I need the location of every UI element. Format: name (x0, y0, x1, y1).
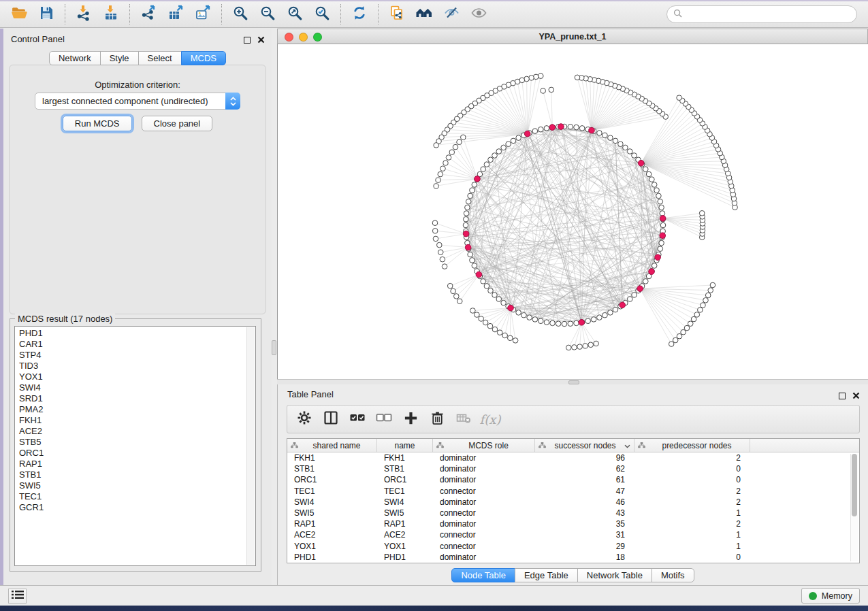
network-node[interactable] (562, 321, 567, 327)
toggle-columns-button[interactable] (321, 409, 341, 429)
network-node[interactable] (464, 211, 469, 216)
network-window-titlebar[interactable]: YPA_prune.txt_1 (277, 29, 868, 44)
network-node[interactable] (575, 75, 580, 80)
mcds-node[interactable] (524, 131, 530, 137)
network-node[interactable] (556, 321, 561, 327)
network-node[interactable] (539, 127, 544, 132)
task-history-button[interactable] (8, 589, 27, 604)
memory-button[interactable]: Memory (801, 588, 860, 604)
network-node[interactable] (572, 345, 577, 350)
network-node[interactable] (574, 125, 579, 130)
network-node[interactable] (705, 293, 711, 298)
hide-selected-button[interactable] (438, 3, 465, 25)
tab-network[interactable]: Network (49, 51, 101, 65)
result-scrollbar[interactable] (246, 327, 255, 565)
network-node[interactable] (497, 330, 502, 335)
network-node[interactable] (443, 161, 449, 166)
network-node[interactable] (632, 293, 637, 298)
tab-motifs[interactable]: Motifs (652, 568, 694, 582)
network-node[interactable] (539, 318, 544, 324)
network-node[interactable] (643, 279, 649, 284)
network-node[interactable] (566, 345, 572, 350)
network-node[interactable] (457, 139, 462, 145)
mcds-node[interactable] (638, 160, 644, 166)
new-network-from-selection-button[interactable] (383, 3, 411, 25)
network-node[interactable] (436, 178, 441, 183)
table-row[interactable]: TEC1TEC1connector472 (287, 486, 859, 497)
network-node[interactable] (454, 294, 460, 299)
network-node[interactable] (594, 341, 599, 346)
network-node[interactable] (437, 242, 443, 248)
mcds-node[interactable] (637, 286, 643, 292)
network-node[interactable] (549, 87, 554, 93)
network-node[interactable] (501, 300, 507, 306)
network-node[interactable] (684, 325, 690, 331)
mcds-result-item[interactable]: STP4 (19, 350, 246, 361)
network-node[interactable] (470, 308, 476, 314)
network-node[interactable] (673, 337, 678, 343)
network-node[interactable] (472, 263, 477, 269)
mcds-result-item[interactable]: SRD1 (19, 393, 246, 404)
network-node[interactable] (529, 76, 534, 81)
mcds-node[interactable] (655, 254, 661, 261)
network-node[interactable] (541, 88, 546, 94)
export-table-button[interactable] (162, 3, 189, 25)
export-image-button[interactable] (189, 3, 216, 25)
network-node[interactable] (511, 138, 516, 144)
network-node[interactable] (544, 126, 549, 131)
column-header-predecessor-nodes[interactable]: predecessor nodes (634, 439, 750, 452)
network-node[interactable] (492, 327, 498, 332)
show-all-button[interactable] (465, 3, 492, 25)
float-panel-icon[interactable] (244, 37, 251, 44)
network-node[interactable] (694, 312, 700, 318)
network-node[interactable] (481, 279, 486, 284)
network-node[interactable] (652, 263, 657, 269)
network-node[interactable] (481, 167, 486, 172)
network-node[interactable] (708, 288, 713, 293)
close-panel-icon[interactable] (257, 34, 265, 46)
first-neighbors-button[interactable] (411, 3, 438, 25)
network-node[interactable] (613, 138, 618, 144)
network-node[interactable] (568, 321, 573, 327)
network-node[interactable] (654, 188, 660, 193)
network-node[interactable] (446, 155, 451, 161)
network-node[interactable] (699, 211, 705, 216)
network-node[interactable] (472, 182, 477, 188)
mcds-result-item[interactable]: ACE2 (19, 426, 246, 437)
open-file-button[interactable] (5, 3, 33, 25)
export-network-button[interactable] (135, 3, 162, 25)
close-panel-button[interactable]: Close panel (142, 116, 213, 131)
network-node[interactable] (539, 73, 544, 79)
table-row[interactable]: RAP1RAP1dominator352 (287, 518, 859, 529)
network-node[interactable] (496, 149, 502, 154)
mcds-result-item[interactable]: ORC1 (19, 448, 246, 459)
network-node[interactable] (544, 320, 549, 325)
mcds-result-item[interactable]: FKH1 (19, 415, 246, 426)
tab-node-table[interactable]: Node Table (451, 568, 515, 582)
network-node[interactable] (464, 216, 469, 222)
network-node[interactable] (488, 157, 494, 163)
table-row[interactable]: SWI5SWI5connector431 (287, 508, 859, 518)
network-node[interactable] (513, 338, 518, 344)
mcds-node[interactable] (475, 176, 481, 182)
network-node[interactable] (646, 171, 652, 177)
network-node[interactable] (527, 315, 532, 320)
mcds-result-item[interactable]: PMA2 (19, 404, 246, 415)
criterion-select[interactable]: largest connected component (undirected) (35, 93, 240, 110)
network-node[interactable] (574, 320, 579, 326)
mcds-result-item[interactable]: STB1 (19, 469, 246, 480)
mcds-node[interactable] (620, 302, 626, 308)
network-node[interactable] (516, 310, 521, 316)
mcds-node[interactable] (463, 231, 469, 237)
network-node[interactable] (669, 342, 674, 347)
network-node[interactable] (434, 184, 439, 189)
network-node[interactable] (506, 142, 511, 147)
tab-edge-table[interactable]: Edge Table (515, 568, 578, 582)
zoom-selected-button[interactable] (308, 3, 336, 25)
zoom-in-button[interactable] (227, 3, 254, 25)
network-node[interactable] (658, 246, 663, 252)
network-node[interactable] (475, 312, 480, 318)
network-node[interactable] (591, 317, 596, 323)
mcds-result-item[interactable]: YOX1 (19, 371, 246, 382)
network-node[interactable] (502, 333, 508, 338)
